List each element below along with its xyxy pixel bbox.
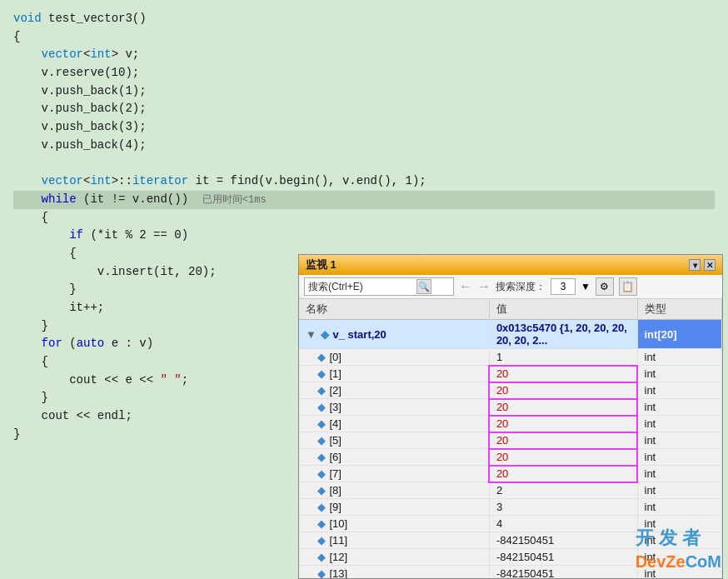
table-row[interactable]: ◆[6]20int bbox=[299, 449, 722, 466]
cell-type: int bbox=[637, 449, 722, 466]
cell-name: ◆[2] bbox=[299, 382, 489, 399]
watermark-prefix: 开 发 者 bbox=[636, 527, 701, 548]
depth-label: 搜索深度： bbox=[496, 280, 546, 294]
col-value: 值 bbox=[489, 299, 637, 320]
toolbar-icon-1[interactable]: ⚙ bbox=[596, 277, 614, 296]
cell-name: ◆[7] bbox=[299, 466, 489, 482]
col-name: 名称 bbox=[299, 299, 489, 320]
watch-titlebar: 监视 1 ▾ ✕ bbox=[299, 255, 722, 275]
watch-titlebar-buttons: ▾ ✕ bbox=[689, 259, 716, 271]
cell-value: 20 bbox=[489, 449, 637, 466]
code-line: void test_vector3() bbox=[13, 10, 715, 28]
nav-back[interactable]: ← bbox=[459, 279, 472, 294]
table-row[interactable]: ◆[0]1int bbox=[299, 349, 722, 366]
cell-value: 20 bbox=[489, 382, 637, 399]
cell-type: int bbox=[637, 466, 722, 482]
cell-value: 20 bbox=[489, 416, 637, 432]
cell-value: 20 bbox=[489, 366, 637, 382]
pin-button[interactable]: ▾ bbox=[689, 259, 701, 271]
cell-type: int bbox=[637, 499, 722, 516]
watermark-domain: DevZe bbox=[636, 552, 686, 571]
cell-value: 2 bbox=[489, 482, 637, 499]
code-line: v.push_back(3); bbox=[13, 118, 715, 137]
code-line bbox=[13, 155, 715, 173]
cell-name: ◆[9] bbox=[299, 499, 489, 516]
code-line: v.push_back(1); bbox=[13, 82, 715, 101]
table-row[interactable]: ◆[1]20int bbox=[299, 366, 722, 382]
table-row[interactable]: ◆[9]3int bbox=[299, 499, 722, 516]
table-row[interactable]: ◆[2]20int bbox=[299, 382, 722, 399]
col-type: 类型 bbox=[637, 299, 722, 320]
cell-type: int bbox=[637, 349, 722, 366]
cell-type: int bbox=[637, 399, 722, 416]
search-icon-button[interactable]: 🔍 bbox=[416, 279, 431, 294]
cell-name: ◆[1] bbox=[299, 366, 489, 382]
table-row[interactable]: ◆[4]20int bbox=[299, 416, 722, 432]
watch-title: 监视 1 bbox=[306, 257, 337, 272]
cell-type: int[20] bbox=[637, 320, 722, 349]
cell-value: -842150451 bbox=[489, 532, 637, 549]
code-line: { bbox=[13, 28, 715, 47]
code-line: if (*it % 2 == 0) bbox=[13, 227, 715, 245]
toolbar-icon-2[interactable]: 📋 bbox=[619, 277, 637, 296]
cell-type: int bbox=[637, 432, 722, 449]
table-row[interactable]: ◆[5]20int bbox=[299, 432, 722, 449]
code-line: vector<int> v; bbox=[13, 46, 715, 64]
cell-value: 20 bbox=[489, 432, 637, 449]
code-line: vector<int>::iterator it = find(v.begin(… bbox=[13, 172, 715, 191]
cell-name: ◆[5] bbox=[299, 432, 489, 449]
cell-name: ◆[6] bbox=[299, 449, 489, 466]
depth-dropdown[interactable]: ▼ bbox=[581, 281, 591, 292]
table-row[interactable]: ▼ ◆v_ start,200x013c5470 {1, 20, 20, 20,… bbox=[299, 320, 722, 349]
code-line: v.push_back(2); bbox=[13, 100, 715, 118]
cell-name: ◆[8] bbox=[299, 482, 489, 499]
close-button[interactable]: ✕ bbox=[704, 259, 716, 271]
table-row[interactable]: ◆[3]20int bbox=[299, 399, 722, 416]
nav-forward[interactable]: → bbox=[477, 279, 491, 294]
code-line: { bbox=[13, 209, 715, 227]
cell-value: 20 bbox=[489, 399, 637, 416]
code-line: v.push_back(4); bbox=[13, 137, 715, 155]
watermark-suffix: CoM bbox=[686, 552, 721, 571]
watermark: 开 发 者 DevZeCoM bbox=[636, 526, 721, 572]
cell-value: 0x013c5470 {1, 20, 20, 20, 20, 20, 2... bbox=[489, 320, 637, 349]
code-line-while: while (it != v.end()) 已用时间<1ms bbox=[13, 191, 715, 209]
cell-type: int bbox=[637, 382, 722, 399]
cell-type: int bbox=[637, 482, 722, 499]
cell-name: ◆[13] bbox=[299, 566, 489, 579]
table-row[interactable]: ◆[8]2int bbox=[299, 482, 722, 499]
cell-name: ▼ ◆v_ start,20 bbox=[299, 320, 489, 349]
cell-name: ◆[3] bbox=[299, 399, 489, 416]
cell-name: ◆[12] bbox=[299, 549, 489, 566]
search-input[interactable] bbox=[366, 281, 416, 292]
cell-name: ◆[0] bbox=[299, 349, 489, 366]
cell-value: -842150451 bbox=[489, 566, 637, 579]
code-line: v.reserve(10); bbox=[13, 64, 715, 82]
cell-name: ◆[4] bbox=[299, 416, 489, 432]
cell-name: ◆[11] bbox=[299, 532, 489, 549]
table-header: 名称 值 类型 bbox=[299, 299, 722, 320]
cell-type: int bbox=[637, 366, 722, 382]
cell-type: int bbox=[637, 416, 722, 432]
cell-value: 20 bbox=[489, 466, 637, 482]
cell-name: ◆[10] bbox=[299, 516, 489, 532]
table-row[interactable]: ◆[7]20int bbox=[299, 466, 722, 482]
depth-input[interactable]: 3 bbox=[551, 278, 576, 295]
watch-toolbar: 搜索(Ctrl+E) 🔍 ← → 搜索深度： 3 ▼ ⚙ 📋 bbox=[299, 275, 722, 299]
search-box: 搜索(Ctrl+E) 🔍 bbox=[304, 277, 454, 296]
cell-value: -842150451 bbox=[489, 549, 637, 566]
search-label: 搜索(Ctrl+E) bbox=[308, 280, 363, 294]
cell-value: 3 bbox=[489, 499, 637, 516]
cell-value: 1 bbox=[489, 349, 637, 366]
cell-value: 4 bbox=[489, 516, 637, 532]
